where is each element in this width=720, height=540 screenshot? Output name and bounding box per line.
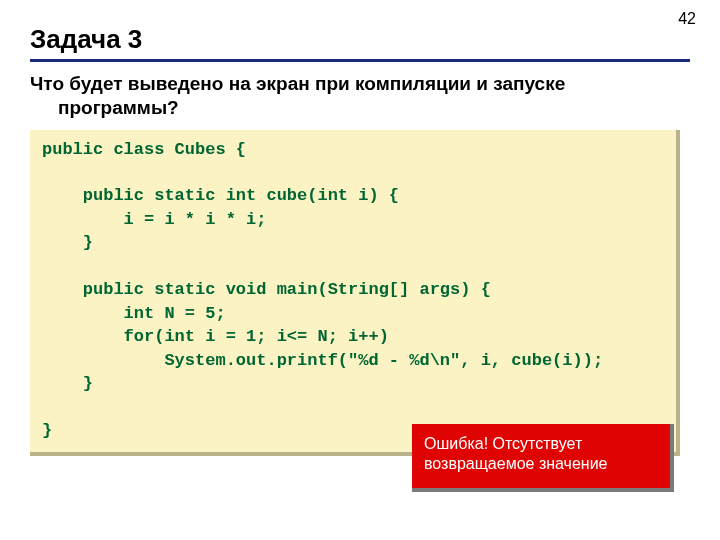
error-callout: Ошибка! Отсутствует возвращаемое значени… (412, 424, 674, 492)
slide-title: Задача 3 (30, 24, 690, 55)
title-rule (30, 59, 690, 62)
error-text: Ошибка! Отсутствует возвращаемое значени… (424, 435, 608, 472)
slide: 42 Задача 3 Что будет выведено на экран … (0, 0, 720, 540)
code-block: public class Cubes { public static int c… (30, 130, 680, 457)
question-text: Что будет выведено на экран при компиляц… (30, 72, 690, 120)
page-number: 42 (678, 10, 696, 28)
question-line-2: программы? (30, 96, 690, 120)
code-text: public class Cubes { public static int c… (42, 140, 603, 440)
question-line-1: Что будет выведено на экран при компиляц… (30, 73, 565, 94)
